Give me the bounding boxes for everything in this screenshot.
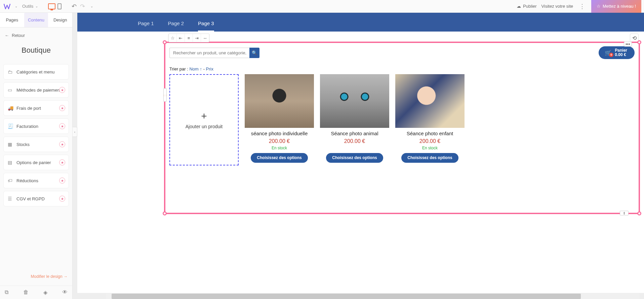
publish-label: Publier — [523, 4, 536, 9]
tools-chevron-icon[interactable]: ⌄ — [35, 4, 38, 8]
history-chevron-icon[interactable]: ⌄ — [90, 4, 93, 8]
undo-icon[interactable]: ↶ — [72, 3, 77, 10]
visit-site-link[interactable]: Visitez votre site — [541, 4, 573, 9]
publish-button[interactable]: ☁ Publier — [517, 4, 536, 9]
undo-redo-group: ↶ ↷ ⌄ — [72, 3, 95, 10]
redo-icon[interactable]: ↷ — [80, 3, 85, 10]
cloud-upload-icon: ☁ — [517, 4, 521, 9]
star-icon: ☆ — [597, 4, 601, 9]
upgrade-label: Mettez à niveau ! — [603, 4, 636, 9]
device-switcher — [48, 3, 62, 9]
topbar-right: ☁ Publier Visitez votre site ⋮ ☆ Mettez … — [517, 0, 641, 13]
logo-chevron-icon[interactable]: ⌄ — [15, 4, 17, 8]
more-vert-icon[interactable]: ⋮ — [578, 3, 587, 10]
tools-menu[interactable]: Outils — [22, 4, 33, 9]
upgrade-button[interactable]: ☆ Mettez à niveau ! — [591, 0, 641, 13]
app-logo[interactable] — [3, 2, 11, 11]
desktop-view-icon[interactable] — [48, 3, 55, 9]
mobile-view-icon[interactable] — [57, 3, 62, 9]
app-topbar: ⌄ Outils ⌄ ↶ ↷ ⌄ ☁ Publier Visitez votre… — [0, 0, 644, 13]
